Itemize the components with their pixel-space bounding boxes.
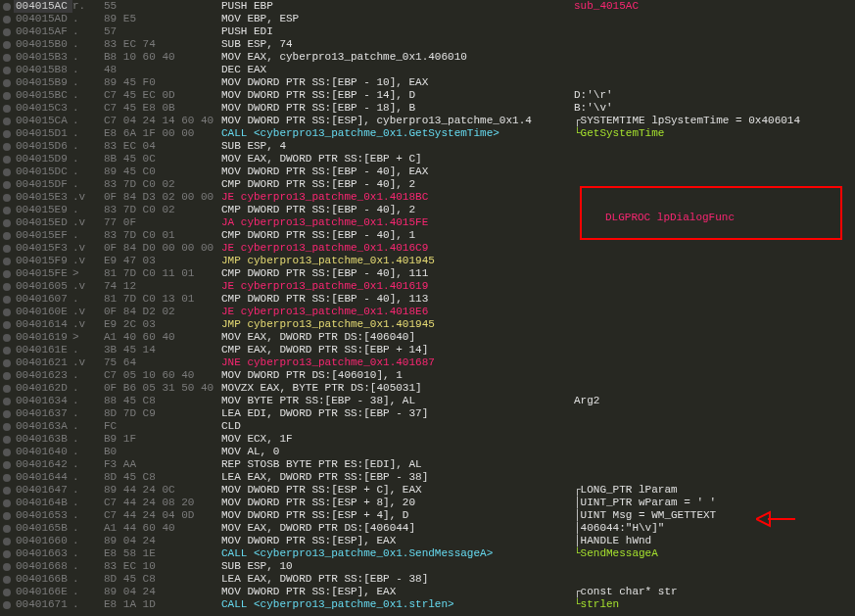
- breakpoint-gutter[interactable]: [0, 79, 14, 87]
- breakpoint-gutter[interactable]: [0, 67, 14, 74]
- breakpoint-gutter[interactable]: [0, 525, 14, 533]
- disasm-row[interactable]: 00401614.vE9 2C 03JMP cyberpro13_patchme…: [0, 318, 855, 331]
- disasm-row[interactable]: 0040166B.8D 45 C8LEA EAX, DWORD PTR SS:[…: [0, 573, 855, 586]
- breakpoint-gutter[interactable]: [0, 499, 14, 507]
- disasm-row[interactable]: 004015B3.B8 10 60 40MOV EAX, cyberpro13_…: [0, 51, 855, 64]
- disasm-row[interactable]: 004015B0.83 EC 74SUB ESP, 74: [0, 38, 855, 51]
- breakpoint-gutter[interactable]: [0, 538, 14, 545]
- disasm-row[interactable]: 00401653.C7 44 24 04 0DMOV DWORD PTR SS:…: [0, 509, 855, 522]
- breakpoint-gutter[interactable]: [0, 168, 14, 176]
- disasm-row[interactable]: 00401619>A1 40 60 40MOV EAX, DWORD PTR D…: [0, 331, 855, 344]
- breakpoint-gutter[interactable]: [0, 321, 14, 329]
- disasm-row[interactable]: 0040163B.B9 1FMOV ECX, 1F: [0, 433, 855, 446]
- breakpoint-gutter[interactable]: [0, 359, 14, 367]
- breakpoint-gutter[interactable]: [0, 283, 14, 291]
- breakpoint-gutter[interactable]: [0, 118, 14, 125]
- disassembly-listing[interactable]: 004015ACr.55PUSH EBPsub_4015AC004015AD.8…: [0, 0, 855, 611]
- breakpoint-gutter[interactable]: [0, 347, 14, 355]
- breakpoint-gutter[interactable]: [0, 232, 14, 240]
- breakpoint-gutter[interactable]: [0, 130, 14, 138]
- disasm-row[interactable]: 004015ACr.55PUSH EBPsub_4015AC: [0, 0, 855, 13]
- breakpoint-gutter[interactable]: [0, 3, 14, 11]
- breakpoint-gutter[interactable]: [0, 105, 14, 113]
- disasm-row[interactable]: 004015B9.89 45 F0MOV DWORD PTR SS:[EBP -…: [0, 76, 855, 89]
- breakpoint-gutter[interactable]: [0, 601, 14, 609]
- address: 0040166B: [14, 573, 72, 586]
- disasm-row[interactable]: 004015AD.89 E5MOV EBP, ESP: [0, 13, 855, 25]
- disasm-row[interactable]: 00401660.89 04 24MOV DWORD PTR SS:[ESP],…: [0, 535, 855, 547]
- breakpoint-gutter[interactable]: [0, 296, 14, 304]
- disasm-row[interactable]: 00401668.83 EC 10SUB ESP, 10: [0, 560, 855, 573]
- breakpoint-gutter[interactable]: [0, 461, 14, 469]
- breakpoint-gutter[interactable]: [0, 550, 14, 558]
- disasm-row[interactable]: 00401647.89 44 24 0CMOV DWORD PTR SS:[ES…: [0, 484, 855, 497]
- breakpoint-gutter[interactable]: [0, 181, 14, 189]
- disasm-row[interactable]: 004015FE>81 7D C0 11 01CMP DWORD PTR SS:…: [0, 267, 855, 280]
- breakpoint-gutter[interactable]: [0, 219, 14, 227]
- address: 004015AF: [14, 25, 72, 38]
- disasm-row[interactable]: 00401663.E8 58 1ECALL <cyberpro13_patchm…: [0, 547, 855, 560]
- disasm-row[interactable]: 0040164B.C7 44 24 08 20MOV DWORD PTR SS:…: [0, 497, 855, 509]
- breakpoint-gutter[interactable]: [0, 334, 14, 342]
- disasm-row[interactable]: 004015F3.v0F 84 D0 00 00 00JE cyberpro13…: [0, 242, 855, 255]
- disasm-row[interactable]: 004015F9.vE9 47 03JMP cyberpro13_patchme…: [0, 255, 855, 267]
- breakpoint-gutter[interactable]: [0, 576, 14, 584]
- breakpoint-gutter[interactable]: [0, 487, 14, 495]
- breakpoint-gutter[interactable]: [0, 385, 14, 393]
- disasm-row[interactable]: 004015BC.C7 45 EC 0DMOV DWORD PTR SS:[EB…: [0, 89, 855, 102]
- breakpoint-gutter[interactable]: [0, 245, 14, 253]
- breakpoint-gutter[interactable]: [0, 270, 14, 278]
- breakpoint-gutter[interactable]: [0, 92, 14, 100]
- disasm-row[interactable]: 004015D1.E8 6A 1F 00 00CALL <cyberpro13_…: [0, 127, 855, 140]
- flow-marker: .: [72, 420, 104, 433]
- disasm-row[interactable]: 00401621.v75 64JNE cyberpro13_patchme_0x…: [0, 356, 855, 369]
- disasm-row[interactable]: 0040160E.v0F 84 D2 02JE cyberpro13_patch…: [0, 306, 855, 318]
- disasm-row[interactable]: 0040163A.FCCLD: [0, 420, 855, 433]
- breakpoint-gutter[interactable]: [0, 589, 14, 596]
- breakpoint-gutter[interactable]: [0, 398, 14, 405]
- disasm-row[interactable]: 00401605.v74 12JE cyberpro13_patchme_0x1…: [0, 280, 855, 293]
- breakpoint-gutter[interactable]: [0, 308, 14, 316]
- disasm-row[interactable]: 00401634.88 45 C8MOV BYTE PTR SS:[EBP - …: [0, 395, 855, 407]
- disasm-row[interactable]: 00401642.F3 AAREP STOSB BYTE PTR ES:[EDI…: [0, 458, 855, 471]
- breakpoint-gutter[interactable]: [0, 28, 14, 36]
- breakpoint-gutter[interactable]: [0, 436, 14, 444]
- hex-bytes: 0F 84 D2 02: [104, 306, 221, 318]
- breakpoint-gutter[interactable]: [0, 194, 14, 202]
- disasm-row[interactable]: 0040162D.0F B6 05 31 50 40MOVZX EAX, BYT…: [0, 382, 855, 395]
- disasm-row[interactable]: 004015C3.C7 45 E8 0BMOV DWORD PTR SS:[EB…: [0, 102, 855, 115]
- breakpoint-gutter[interactable]: [0, 16, 14, 24]
- disasm-row[interactable]: 004015D6.83 EC 04SUB ESP, 4: [0, 140, 855, 153]
- disasm-row[interactable]: 00401637.8D 7D C9LEA EDI, DWORD PTR SS:[…: [0, 407, 855, 420]
- breakpoint-gutter[interactable]: [0, 410, 14, 418]
- disasm-row[interactable]: 004015CA.C7 04 24 14 60 40MOV DWORD PTR …: [0, 115, 855, 127]
- breakpoint-gutter[interactable]: [0, 156, 14, 164]
- disasm-row[interactable]: 004015B8.48DEC EAX: [0, 64, 855, 76]
- disasm-row[interactable]: 00401607.81 7D C0 13 01CMP DWORD PTR SS:…: [0, 293, 855, 306]
- disasm-row[interactable]: 00401644.8D 45 C8LEA EAX, DWORD PTR SS:[…: [0, 471, 855, 484]
- disasm-row[interactable]: 00401671.E8 1A 1DCALL <cyberpro13_patchm…: [0, 598, 855, 611]
- breakpoint-gutter[interactable]: [0, 143, 14, 151]
- breakpoint-gutter[interactable]: [0, 563, 14, 571]
- breakpoint-gutter[interactable]: [0, 423, 14, 431]
- breakpoint-gutter[interactable]: [0, 207, 14, 214]
- disasm-row[interactable]: 00401623.C7 05 10 60 40MOV DWORD PTR DS:…: [0, 369, 855, 382]
- disasm-row[interactable]: 00401640.B0MOV AL, 0: [0, 446, 855, 458]
- breakpoint-gutter[interactable]: [0, 41, 14, 49]
- disasm-row[interactable]: 0040161E.3B 45 14CMP EAX, DWORD PTR SS:[…: [0, 344, 855, 356]
- comment: ┌LONG_PTR lParam: [574, 484, 855, 497]
- hex-bytes: 77 0F: [104, 216, 221, 229]
- breakpoint-gutter[interactable]: [0, 512, 14, 520]
- disasm-row[interactable]: 0040165B.A1 44 60 40MOV EAX, DWORD PTR D…: [0, 522, 855, 535]
- disasm-row[interactable]: 0040166E.89 04 24MOV DWORD PTR SS:[ESP],…: [0, 586, 855, 598]
- breakpoint-gutter[interactable]: [0, 474, 14, 482]
- flow-marker: .: [72, 382, 104, 395]
- breakpoint-gutter[interactable]: [0, 258, 14, 265]
- disasm-row[interactable]: 004015D9.8B 45 0CMOV EAX, DWORD PTR SS:[…: [0, 153, 855, 166]
- disasm-row[interactable]: 004015DC.89 45 C0MOV DWORD PTR SS:[EBP -…: [0, 166, 855, 178]
- breakpoint-gutter[interactable]: [0, 54, 14, 62]
- disasm-row[interactable]: 004015AF.57PUSH EDI: [0, 25, 855, 38]
- hex-bytes: 89 45 C0: [104, 166, 221, 178]
- breakpoint-gutter[interactable]: [0, 372, 14, 380]
- breakpoint-gutter[interactable]: [0, 449, 14, 456]
